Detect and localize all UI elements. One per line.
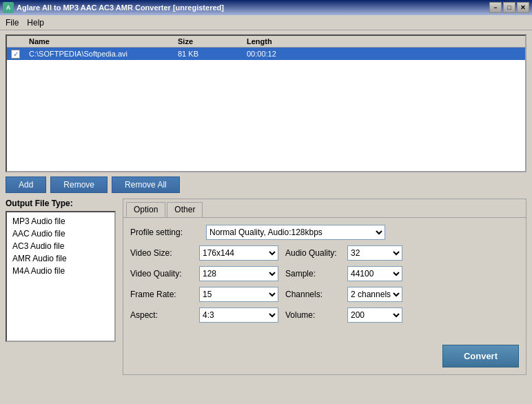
tab-bar: Option Other bbox=[123, 199, 526, 217]
video-size-select[interactable]: 176x144 320x240 640x480 bbox=[199, 245, 278, 261]
video-quality-label: Video Quality: bbox=[130, 269, 199, 279]
column-name: Name bbox=[26, 37, 178, 46]
bottom-area: Output File Type: MP3 Audio file AAC Aud… bbox=[6, 199, 526, 375]
title-text: Aglare All to MP3 AAC AC3 AMR Converter … bbox=[17, 3, 224, 12]
row-checkbox[interactable]: ✓ bbox=[11, 50, 20, 59]
menu-file[interactable]: File bbox=[1, 17, 23, 29]
list-item[interactable]: AAC Audio file bbox=[10, 228, 112, 240]
video-size-label: Video Size: bbox=[130, 248, 199, 258]
file-list-header: Name Size Length bbox=[7, 36, 525, 48]
row-filelength: 00:00:12 bbox=[247, 50, 525, 58]
profile-setting-select[interactable]: Normal Quality, Audio:128kbps High Quali… bbox=[206, 225, 385, 240]
audio-quality-select[interactable]: 32 64 128 192 bbox=[347, 245, 402, 261]
row-filename: C:\SOFTPEDIA\Softpedia.avi bbox=[26, 50, 178, 58]
frame-rate-label: Frame Rate: bbox=[130, 290, 199, 299]
volume-select[interactable]: 200 100 150 250 bbox=[347, 307, 402, 323]
aspect-volume-row: Aspect: 4:3 16:9 Volume: 200 100 150 250 bbox=[130, 307, 519, 323]
audio-quality-label: Audio Quality: bbox=[285, 248, 347, 258]
row-filesize: 81 KB bbox=[178, 50, 247, 58]
tab-content-option: Profile setting: Normal Quality, Audio:1… bbox=[123, 217, 526, 335]
file-type-list: MP3 Audio file AAC Audio file AC3 Audio … bbox=[6, 211, 116, 342]
add-button[interactable]: Add bbox=[6, 176, 46, 193]
menu-help[interactable]: Help bbox=[23, 17, 48, 29]
sample-select[interactable]: 44100 22050 11025 bbox=[347, 266, 402, 281]
close-button[interactable]: ✕ bbox=[517, 2, 529, 13]
list-item[interactable]: AC3 Audio file bbox=[10, 240, 112, 252]
list-item[interactable]: AMR Audio file bbox=[10, 252, 112, 265]
output-file-type-label: Output File Type: bbox=[6, 199, 116, 208]
remove-button[interactable]: Remove bbox=[50, 176, 108, 193]
file-list-container: Name Size Length ✓ C:\SOFTPEDIA\Softpedi… bbox=[6, 34, 526, 172]
list-item[interactable]: MP3 Audio file bbox=[10, 215, 112, 228]
minimize-button[interactable]: − bbox=[489, 2, 502, 13]
aspect-label: Aspect: bbox=[130, 310, 199, 320]
frame-rate-select[interactable]: 15 24 25 30 bbox=[199, 287, 278, 302]
aspect-select[interactable]: 4:3 16:9 bbox=[199, 307, 278, 323]
sample-label: Sample: bbox=[285, 269, 347, 279]
profile-setting-label: Profile setting: bbox=[130, 228, 206, 237]
column-size: Size bbox=[178, 37, 247, 46]
column-length: Length bbox=[247, 37, 525, 46]
channels-select[interactable]: 2 channels, Ster 1 channel, Mono bbox=[347, 287, 402, 302]
video-quality-select[interactable]: 128 256 512 bbox=[199, 266, 278, 281]
video-quality-sample-row: Video Quality: 128 256 512 Sample: 44100… bbox=[130, 266, 519, 281]
remove-all-button[interactable]: Remove All bbox=[112, 176, 180, 193]
table-row[interactable]: ✓ C:\SOFTPEDIA\Softpedia.avi 81 KB 00:00… bbox=[7, 48, 525, 60]
menu-bar: File Help bbox=[0, 15, 532, 30]
right-panel: Option Other Profile setting: Normal Qua… bbox=[123, 199, 526, 375]
tab-option[interactable]: Option bbox=[126, 202, 165, 217]
channels-label: Channels: bbox=[285, 290, 347, 299]
title-bar: A Aglare All to MP3 AAC AC3 AMR Converte… bbox=[0, 0, 532, 15]
app-icon: A bbox=[3, 2, 14, 13]
button-row: Add Remove Remove All bbox=[6, 176, 526, 193]
output-file-type-panel: Output File Type: MP3 Audio file AAC Aud… bbox=[6, 199, 116, 375]
list-item[interactable]: M4A Audio file bbox=[10, 265, 112, 277]
framerate-channels-row: Frame Rate: 15 24 25 30 Channels: 2 chan… bbox=[130, 287, 519, 302]
tab-other[interactable]: Other bbox=[167, 202, 203, 217]
file-list-body: ✓ C:\SOFTPEDIA\Softpedia.avi 81 KB 00:00… bbox=[7, 48, 525, 60]
convert-area: Convert bbox=[123, 338, 526, 374]
volume-label: Volume: bbox=[285, 310, 347, 320]
video-size-audio-quality-row: Video Size: 176x144 320x240 640x480 Audi… bbox=[130, 245, 519, 261]
convert-button[interactable]: Convert bbox=[442, 345, 519, 367]
maximize-button[interactable]: □ bbox=[503, 2, 515, 13]
main-window: Name Size Length ✓ C:\SOFTPEDIA\Softpedi… bbox=[0, 30, 532, 404]
profile-setting-row: Profile setting: Normal Quality, Audio:1… bbox=[130, 225, 519, 240]
